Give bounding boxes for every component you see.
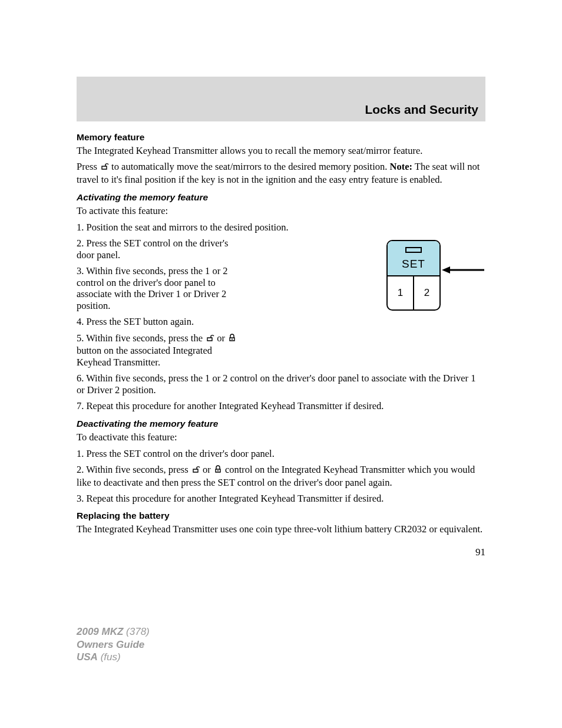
- activating-s3: 3. Within five seconds, press the 1 or 2…: [77, 265, 247, 311]
- heading-battery: Replacing the battery: [77, 510, 485, 521]
- unlock-icon: [205, 333, 214, 345]
- set-button-1: 1: [388, 276, 414, 309]
- set-control-box: SET 1 2: [386, 240, 441, 311]
- footer-code: (378): [123, 626, 149, 637]
- heading-memory-feature: Memory feature: [77, 132, 485, 143]
- footer-guide: Owners Guide: [77, 638, 150, 651]
- activating-s4: 4. Press the SET button again.: [77, 316, 247, 327]
- memory-p2a: Press: [77, 161, 100, 172]
- activating-s5b: or: [214, 332, 227, 344]
- footer-region: USA: [77, 651, 98, 663]
- svg-marker-1: [442, 266, 450, 274]
- svg-point-3: [217, 470, 219, 472]
- set-control-top: SET: [388, 241, 439, 276]
- memory-p2b: to automatically move the seat/mirrors t…: [109, 161, 390, 172]
- deactivating-s1: 1. Press the SET control on the driver's…: [77, 448, 485, 459]
- activating-intro: To activate this feature:: [77, 205, 485, 216]
- section-title: Locks and Security: [365, 103, 478, 117]
- footer-region-code: (fus): [98, 651, 121, 663]
- note-label: Note:: [390, 161, 412, 172]
- arrow-icon: [442, 265, 484, 275]
- memory-p2: Press to automatically move the seat/mir…: [77, 161, 485, 185]
- deactivating-s2b: or: [200, 464, 213, 475]
- activating-s5c: button on the associated Integrated Keyh…: [77, 345, 212, 367]
- lock-icon: [213, 465, 223, 476]
- heading-deactivating: Deactivating the memory feature: [77, 419, 485, 429]
- set-buttons-row: 1 2: [388, 276, 439, 309]
- activating-s7: 7. Repeat this procedure for another Int…: [77, 400, 485, 411]
- activating-s2: 2. Press the SET control on the driver's…: [77, 238, 247, 261]
- section-header: Locks and Security: [77, 77, 485, 121]
- deactivating-s2a: 2. Within five seconds, press: [77, 464, 191, 475]
- deactivating-intro: To deactivate this feature:: [77, 431, 485, 443]
- unlock-icon: [191, 465, 200, 476]
- unlock-icon: [100, 162, 109, 173]
- page-number: 91: [77, 546, 485, 558]
- svg-point-2: [232, 338, 233, 340]
- activating-s5: 5. Within five seconds, press the or but…: [77, 332, 247, 368]
- activating-s6: 6. Within five seconds, press the 1 or 2…: [77, 373, 485, 396]
- set-control-diagram: SET 1 2: [386, 240, 485, 311]
- footer-imprint: 2009 MKZ (378) Owners Guide USA (fus): [77, 625, 150, 663]
- footer-model: 2009 MKZ: [77, 626, 123, 637]
- activating-s1: 1. Position the seat and mirrors to the …: [77, 222, 485, 233]
- lock-icon: [227, 333, 237, 345]
- deactivating-s2: 2. Within five seconds, press or control…: [77, 464, 485, 488]
- set-button-2: 2: [414, 276, 439, 309]
- memory-p1: The Integrated Keyhead Transmitter allow…: [77, 145, 485, 156]
- set-indicator-led: [405, 247, 422, 253]
- heading-activating: Activating the memory feature: [77, 192, 485, 203]
- deactivating-s3: 3. Repeat this procedure for another Int…: [77, 493, 485, 504]
- battery-p1: The Integrated Keyhead Transmitter uses …: [77, 523, 485, 535]
- set-label: SET: [388, 258, 439, 271]
- activating-s5a: 5. Within five seconds, press the: [77, 332, 205, 344]
